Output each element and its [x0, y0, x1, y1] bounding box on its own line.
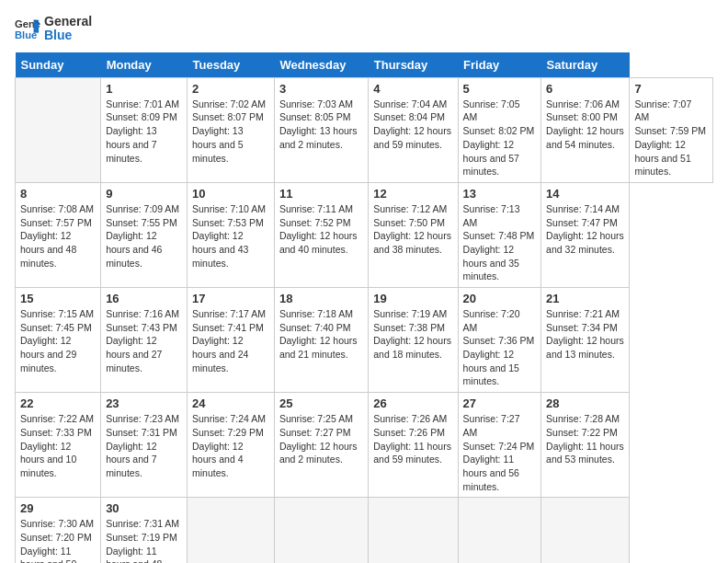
day-number: 25	[279, 396, 363, 410]
day-info: Sunrise: 7:19 AMSunset: 7:38 PMDaylight:…	[373, 307, 452, 362]
day-info: Sunrise: 7:14 AMSunset: 7:47 PMDaylight:…	[546, 202, 624, 257]
day-number: 19	[373, 292, 452, 305]
day-info: Sunrise: 7:27 AMSunset: 7:24 PMDaylight:…	[463, 412, 537, 493]
day-cell: 15 Sunrise: 7:15 AMSunset: 7:45 PMDaylig…	[16, 288, 101, 393]
logo-general: General	[44, 15, 92, 29]
day-cell: 25 Sunrise: 7:25 AMSunset: 7:27 PMDaylig…	[274, 393, 368, 498]
day-info: Sunrise: 7:06 AMSunset: 8:00 PMDaylight:…	[546, 98, 624, 152]
day-number: 16	[106, 292, 182, 305]
day-cell: 28 Sunrise: 7:28 AMSunset: 7:22 PMDaylig…	[541, 393, 630, 498]
day-number: 14	[546, 187, 624, 201]
day-info: Sunrise: 7:15 AMSunset: 7:45 PMDaylight:…	[20, 307, 96, 374]
day-number: 20	[463, 292, 537, 305]
day-cell: 3 Sunrise: 7:03 AMSunset: 8:05 PMDayligh…	[274, 77, 368, 182]
day-cell: 14 Sunrise: 7:14 AMSunset: 7:47 PMDaylig…	[541, 182, 630, 287]
day-info: Sunrise: 7:22 AMSunset: 7:33 PMDaylight:…	[20, 412, 96, 479]
day-number: 6	[546, 82, 624, 96]
day-cell: 10 Sunrise: 7:10 AMSunset: 7:53 PMDaylig…	[188, 182, 275, 287]
day-number: 7	[634, 82, 708, 96]
day-number: 18	[279, 292, 363, 305]
weekday-header-wednesday: Wednesday	[274, 52, 368, 78]
day-info: Sunrise: 7:05 AMSunset: 8:02 PMDaylight:…	[463, 98, 537, 178]
day-number: 23	[106, 396, 182, 410]
day-cell	[369, 498, 458, 563]
day-number: 12	[373, 187, 452, 201]
day-cell	[541, 498, 630, 563]
day-cell: 6 Sunrise: 7:06 AMSunset: 8:00 PMDayligh…	[541, 77, 630, 182]
day-cell: 24 Sunrise: 7:24 AMSunset: 7:29 PMDaylig…	[188, 393, 275, 498]
day-cell	[188, 498, 275, 563]
day-cell: 11 Sunrise: 7:11 AMSunset: 7:52 PMDaylig…	[274, 182, 368, 287]
day-info: Sunrise: 7:09 AMSunset: 7:55 PMDaylight:…	[106, 202, 182, 270]
logo-icon: General Blue	[15, 16, 40, 41]
day-cell: 16 Sunrise: 7:16 AMSunset: 7:43 PMDaylig…	[101, 288, 188, 393]
day-cell: 8 Sunrise: 7:08 AMSunset: 7:57 PMDayligh…	[16, 182, 101, 287]
day-info: Sunrise: 7:10 AMSunset: 7:53 PMDaylight:…	[192, 202, 269, 270]
day-number: 17	[192, 292, 269, 305]
day-info: Sunrise: 7:18 AMSunset: 7:40 PMDaylight:…	[279, 307, 363, 362]
page-header: General Blue General Blue	[15, 15, 713, 43]
day-number: 22	[20, 396, 96, 410]
day-cell: 17 Sunrise: 7:17 AMSunset: 7:41 PMDaylig…	[188, 288, 275, 393]
day-cell: 18 Sunrise: 7:18 AMSunset: 7:40 PMDaylig…	[274, 288, 368, 393]
day-number: 4	[373, 82, 452, 96]
day-cell: 12 Sunrise: 7:12 AMSunset: 7:50 PMDaylig…	[369, 182, 458, 287]
day-info: Sunrise: 7:16 AMSunset: 7:43 PMDaylight:…	[106, 307, 182, 374]
day-cell: 29 Sunrise: 7:30 AMSunset: 7:20 PMDaylig…	[16, 498, 101, 563]
day-info: Sunrise: 7:01 AMSunset: 8:09 PMDaylight:…	[106, 98, 182, 165]
weekday-header-saturday: Saturday	[541, 52, 630, 78]
weekday-header-friday: Friday	[458, 52, 541, 78]
day-cell: 27 Sunrise: 7:27 AMSunset: 7:24 PMDaylig…	[458, 393, 541, 498]
weekday-header-sunday: Sunday	[16, 52, 101, 78]
day-info: Sunrise: 7:23 AMSunset: 7:31 PMDaylight:…	[106, 412, 182, 479]
day-info: Sunrise: 7:26 AMSunset: 7:26 PMDaylight:…	[373, 412, 452, 466]
day-info: Sunrise: 7:12 AMSunset: 7:50 PMDaylight:…	[373, 202, 452, 257]
empty-cell	[16, 77, 101, 182]
day-cell: 13 Sunrise: 7:13 AMSunset: 7:48 PMDaylig…	[458, 182, 541, 287]
weekday-header-monday: Monday	[101, 52, 188, 78]
day-number: 10	[192, 187, 269, 201]
day-number: 21	[546, 292, 624, 305]
day-number: 30	[106, 501, 182, 515]
day-cell: 26 Sunrise: 7:26 AMSunset: 7:26 PMDaylig…	[369, 393, 458, 498]
day-number: 5	[463, 82, 537, 96]
weekday-header-tuesday: Tuesday	[188, 52, 275, 78]
day-number: 8	[20, 187, 96, 201]
day-info: Sunrise: 7:13 AMSunset: 7:48 PMDaylight:…	[463, 202, 537, 283]
day-number: 15	[20, 292, 96, 305]
day-info: Sunrise: 7:25 AMSunset: 7:27 PMDaylight:…	[279, 412, 363, 466]
day-number: 28	[546, 396, 624, 410]
day-info: Sunrise: 7:04 AMSunset: 8:04 PMDaylight:…	[373, 98, 452, 152]
day-number: 9	[106, 187, 182, 201]
day-info: Sunrise: 7:31 AMSunset: 7:19 PMDaylight:…	[106, 517, 182, 563]
day-number: 29	[20, 501, 96, 515]
day-info: Sunrise: 7:03 AMSunset: 8:05 PMDaylight:…	[279, 98, 363, 152]
day-cell: 5 Sunrise: 7:05 AMSunset: 8:02 PMDayligh…	[458, 77, 541, 182]
day-info: Sunrise: 7:28 AMSunset: 7:22 PMDaylight:…	[546, 412, 624, 466]
day-cell: 4 Sunrise: 7:04 AMSunset: 8:04 PMDayligh…	[369, 77, 458, 182]
logo-blue: Blue	[44, 29, 92, 42]
day-cell: 23 Sunrise: 7:23 AMSunset: 7:31 PMDaylig…	[101, 393, 188, 498]
day-info: Sunrise: 7:24 AMSunset: 7:29 PMDaylight:…	[192, 412, 269, 479]
day-cell: 19 Sunrise: 7:19 AMSunset: 7:38 PMDaylig…	[369, 288, 458, 393]
calendar-table: SundayMondayTuesdayWednesdayThursdayFrid…	[15, 52, 713, 563]
day-info: Sunrise: 7:07 AMSunset: 7:59 PMDaylight:…	[634, 98, 708, 178]
day-number: 13	[463, 187, 537, 201]
day-cell: 2 Sunrise: 7:02 AMSunset: 8:07 PMDayligh…	[188, 77, 275, 182]
day-cell: 30 Sunrise: 7:31 AMSunset: 7:19 PMDaylig…	[101, 498, 188, 563]
day-info: Sunrise: 7:21 AMSunset: 7:34 PMDaylight:…	[546, 307, 624, 362]
day-number: 1	[106, 82, 182, 96]
day-cell	[458, 498, 541, 563]
day-cell: 21 Sunrise: 7:21 AMSunset: 7:34 PMDaylig…	[541, 288, 630, 393]
day-number: 26	[373, 396, 452, 410]
day-info: Sunrise: 7:30 AMSunset: 7:20 PMDaylight:…	[20, 517, 96, 563]
day-info: Sunrise: 7:11 AMSunset: 7:52 PMDaylight:…	[279, 202, 363, 257]
day-number: 3	[279, 82, 363, 96]
day-info: Sunrise: 7:02 AMSunset: 8:07 PMDaylight:…	[192, 98, 269, 165]
day-number: 24	[192, 396, 269, 410]
day-number: 27	[463, 396, 537, 410]
day-number: 11	[279, 187, 363, 201]
day-cell: 1 Sunrise: 7:01 AMSunset: 8:09 PMDayligh…	[101, 77, 188, 182]
weekday-header-thursday: Thursday	[369, 52, 458, 78]
day-cell: 20 Sunrise: 7:20 AMSunset: 7:36 PMDaylig…	[458, 288, 541, 393]
